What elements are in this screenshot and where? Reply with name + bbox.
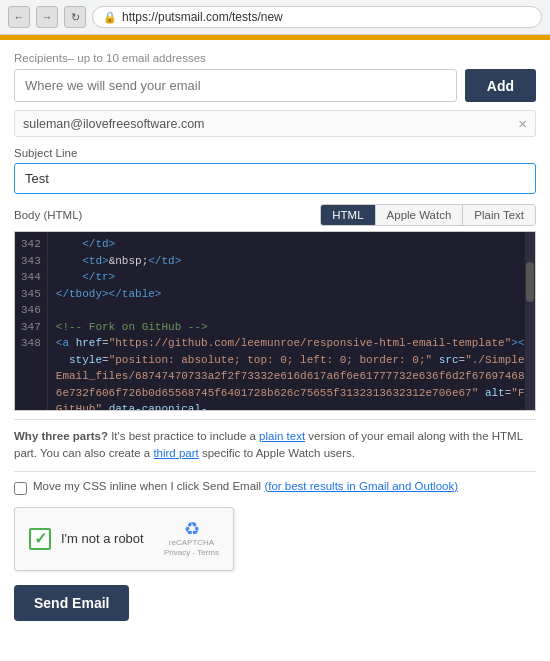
email-tag-text: suleman@ilovefreesoftware.com bbox=[23, 117, 518, 131]
body-section: Body (HTML) HTML Apple Watch Plain Text … bbox=[14, 204, 536, 411]
back-button[interactable]: ← bbox=[8, 6, 30, 28]
recaptcha-brand: reCAPTCHA Privacy - Terms bbox=[164, 538, 219, 559]
body-header: Body (HTML) HTML Apple Watch Plain Text bbox=[14, 204, 536, 226]
recipients-label: Recipients– up to 10 email addresses bbox=[14, 52, 536, 64]
why-text: Why three parts? bbox=[14, 430, 108, 442]
plain-text-link[interactable]: plain text bbox=[259, 430, 305, 442]
subject-section: Subject Line bbox=[14, 147, 536, 194]
recaptcha-left: ✓ I'm not a robot bbox=[29, 528, 144, 550]
lock-icon: 🔒 bbox=[103, 11, 117, 24]
email-tag-close-button[interactable]: × bbox=[518, 116, 527, 131]
send-email-button[interactable]: Send Email bbox=[14, 585, 129, 621]
recipients-sublabel: – up to 10 email addresses bbox=[68, 52, 206, 64]
divider-2 bbox=[14, 471, 536, 472]
css-inline-checkbox[interactable] bbox=[14, 482, 27, 495]
url-text: https://putsmail.com/tests/new bbox=[122, 10, 283, 24]
recaptcha-box[interactable]: ✓ I'm not a robot ♻ reCAPTCHA Privacy - … bbox=[14, 507, 234, 572]
recaptcha-checkbox[interactable]: ✓ bbox=[29, 528, 51, 550]
scrollbar[interactable] bbox=[525, 232, 535, 410]
code-content: </td> <td>&nbsp;</td> </tr> </tbody></ta… bbox=[48, 232, 525, 410]
browser-chrome: ← → ↻ 🔒 https://putsmail.com/tests/new bbox=[0, 0, 550, 35]
refresh-button[interactable]: ↻ bbox=[64, 6, 86, 28]
third-part-link[interactable]: third part bbox=[153, 447, 198, 459]
tab-apple-watch[interactable]: Apple Watch bbox=[376, 205, 464, 225]
tab-group: HTML Apple Watch Plain Text bbox=[320, 204, 536, 226]
email-tag: suleman@ilovefreesoftware.com × bbox=[14, 110, 536, 137]
forward-button[interactable]: → bbox=[36, 6, 58, 28]
recaptcha-label: I'm not a robot bbox=[61, 531, 144, 546]
add-button[interactable]: Add bbox=[465, 69, 536, 102]
scrollbar-thumb bbox=[526, 262, 534, 302]
css-inline-checkbox-row: Move my CSS inline when I click Send Ema… bbox=[14, 480, 536, 495]
subject-label: Subject Line bbox=[14, 147, 536, 159]
recaptcha-right: ♻ reCAPTCHA Privacy - Terms bbox=[164, 520, 219, 559]
address-bar[interactable]: 🔒 https://putsmail.com/tests/new bbox=[92, 6, 542, 28]
recaptcha-logo-icon: ♻ bbox=[164, 520, 219, 538]
checkbox-label: Move my CSS inline when I click Send Ema… bbox=[33, 480, 458, 492]
gmail-outlook-link[interactable]: (for best results in Gmail and Outlook) bbox=[264, 480, 458, 492]
line-numbers: 342 343 344 345 346 347 348 349 350 351 bbox=[15, 232, 48, 410]
recaptcha-checkmark: ✓ bbox=[34, 529, 47, 548]
subject-input[interactable] bbox=[14, 163, 536, 194]
recipient-row: Add bbox=[14, 69, 536, 102]
body-label: Body (HTML) bbox=[14, 209, 82, 221]
recipient-input[interactable] bbox=[14, 69, 457, 102]
info-text: Why three parts? It's best practice to i… bbox=[14, 428, 536, 463]
code-editor[interactable]: 342 343 344 345 346 347 348 349 350 351 bbox=[14, 231, 536, 411]
tab-html[interactable]: HTML bbox=[321, 205, 375, 225]
main-content: Recipients– up to 10 email addresses Add… bbox=[0, 40, 550, 633]
tab-plain-text[interactable]: Plain Text bbox=[463, 205, 535, 225]
divider bbox=[14, 419, 536, 420]
